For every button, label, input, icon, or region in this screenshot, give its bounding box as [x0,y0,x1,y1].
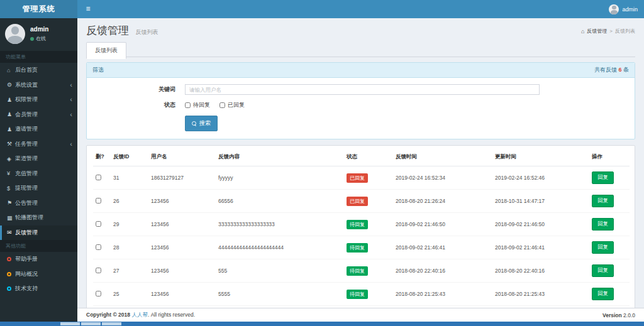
update-time-cell: 2018-09-02 21:46:50 [492,213,589,236]
feedback-id-cell: 27 [111,259,148,283]
select-cell [93,259,111,283]
feedback-icon: ✉ [7,229,15,236]
status-label: 状态 [87,101,185,109]
status-cell: 待回复 [344,213,393,236]
reply-button[interactable]: 回复 [592,241,614,254]
sidebar-user-panel: admin 在线 [0,18,77,51]
status-cell: 已回复 [344,190,393,213]
feedback-time-cell: 2018-08-20 21:26:24 [393,190,492,213]
breadcrumb: ⌂ 反馈管理 > 反馈列表 [581,28,635,35]
status-checkbox-option[interactable]: 待回复 [185,101,210,109]
sidebar-item-label: 公告管理 [15,199,38,207]
status-cell: 已回复 [344,166,393,190]
sidebar-item[interactable]: ⚙ 系统设置 ‹ [0,78,77,93]
sidebar-item-label: 反馈管理 [15,229,38,237]
sidebar-item[interactable]: ♟ 邀请管理 [0,122,77,137]
app-logo[interactable]: 管理系统 [0,0,77,18]
table-row: 25 123456 5555 待回复 2018-08-20 21:25:43 2… [93,283,630,306]
filter-panel-body: 关键词 状态 待回复 已回复 [87,78,635,139]
sidebar-item[interactable]: $ 提现管理 [0,181,77,196]
background-window-strip [0,322,644,326]
select-checkbox[interactable] [96,244,101,250]
keyword-label: 关键词 [87,85,185,94]
select-checkbox[interactable] [96,268,101,273]
action-cell: 回复 [589,166,630,190]
table-row: 31 18631279127 fyyyyy 已回复 2019-02-24 16:… [93,166,630,190]
status-checkbox[interactable] [219,102,225,108]
sidebar-item[interactable]: ♟ 权限管理 ‹ [0,92,77,107]
feedback-id-cell: 31 [111,166,148,190]
username-cell: 123456 [148,259,216,283]
status-badge: 待回复 [347,220,368,229]
update-time-cell: 2018-10-31 14:47:17 [492,190,589,213]
action-cell: 回复 [589,283,630,306]
sidebar-user-status: 在线 [30,35,48,42]
table-row: 26 123456 66556 已回复 2018-08-20 21:26:24 … [93,190,630,213]
select-checkbox[interactable] [96,198,101,204]
feedback-time-cell: 2018-08-20 21:25:43 [393,283,492,306]
feedback-id-cell: 28 [111,236,148,259]
select-cell [93,236,111,259]
sidebar-item[interactable]: ⚒ 任务管理 ‹ [0,137,77,152]
search-icon [192,121,197,126]
tab-feedback-list[interactable]: 反馈列表 [86,42,126,59]
content-header: 反馈管理 反馈列表 ⌂ 反馈管理 > 反馈列表 [77,18,644,40]
sidebar-item-label: 帮助手册 [15,255,38,263]
username-cell: 18631279127 [148,166,216,190]
status-checkbox-label: 已回复 [228,101,245,109]
status-cell: 待回复 [344,283,393,306]
breadcrumb-home-link[interactable]: 反馈管理 [587,28,607,35]
sidebar-item[interactable]: ✉ 反馈管理 [0,225,77,241]
page-title: 反馈管理 [86,24,129,36]
topbar-user-menu[interactable]: admin [609,0,638,18]
sidebar-item[interactable]: ⌂ 后台首页 [0,63,77,78]
recharge-icon: ¥ [7,170,15,177]
select-cell [93,213,111,236]
sidebar-item[interactable]: 帮助手册 [0,252,77,267]
sidebar-item[interactable]: 网站概况 [0,267,77,282]
select-checkbox[interactable] [96,291,101,296]
status-badge: 待回复 [347,290,368,299]
keyword-input[interactable] [185,84,540,95]
status-checkbox-option[interactable]: 已回复 [219,101,245,109]
table-row: 28 123456 4444444444444444444444 待回复 201… [93,236,630,259]
sidebar-other-menu: 帮助手册 网站概况 技术支持 [0,252,77,296]
hamburger-icon[interactable]: ≡ [77,0,99,18]
chevron-left-icon: ‹ [70,111,72,118]
sidebar-item[interactable]: ◈ 渠道管理 [0,151,77,166]
reply-button[interactable]: 回复 [592,288,614,300]
sidebar-item-label: 任务管理 [15,140,38,148]
select-checkbox[interactable] [96,175,101,180]
sidebar-item[interactable]: 技术支持 [0,281,77,296]
sidebar-item[interactable]: ¥ 充值管理 [0,166,77,182]
version-text: Version 2.0.0 [602,312,635,318]
content-cell: 66556 [216,190,344,213]
status-checkbox[interactable] [185,102,191,108]
sidebar-item[interactable]: ⚑ 公告管理 [0,196,77,211]
circle-icon [7,286,11,291]
circle-icon [7,272,11,276]
reply-button[interactable]: 回复 [592,195,614,207]
search-button[interactable]: 搜索 [185,116,218,131]
chevron-left-icon: ‹ [70,141,72,148]
user-plus-icon: ♟ [7,126,15,133]
column-header: 用户名 [148,148,216,166]
feedback-table: 删? 反馈ID 用户名 反馈内容 状态 反馈时间 更新时间 操作 [93,148,630,326]
sidebar-item-label: 轮播图管理 [15,214,43,222]
sidebar-item[interactable]: ♟ 会员管理 ‹ [0,107,77,122]
select-checkbox[interactable] [96,221,101,227]
reply-button[interactable]: 回复 [592,218,614,231]
status-badge: 待回复 [347,243,368,253]
status-checkbox-label: 待回复 [193,101,210,109]
chevron-left-icon: ‹ [70,82,72,89]
reply-button[interactable]: 回复 [592,171,614,184]
feedback-time-cell: 2018-09-02 21:46:41 [393,236,492,259]
feedback-time-cell: 2018-08-20 22:40:16 [393,259,492,283]
reply-button[interactable]: 回复 [592,264,614,277]
brand-link[interactable]: 人人帮 [131,312,148,318]
sidebar-item[interactable]: ▦ 轮播图管理 [0,210,77,225]
sidebar: admin 在线 功能菜单 ⌂ 后台首页 ⚙ 系统设置 ‹ ♟ 权限管理 [0,18,77,322]
announcement-icon: ⚑ [7,200,15,206]
action-cell: 回复 [589,190,630,213]
username-cell: 123456 [148,190,216,213]
